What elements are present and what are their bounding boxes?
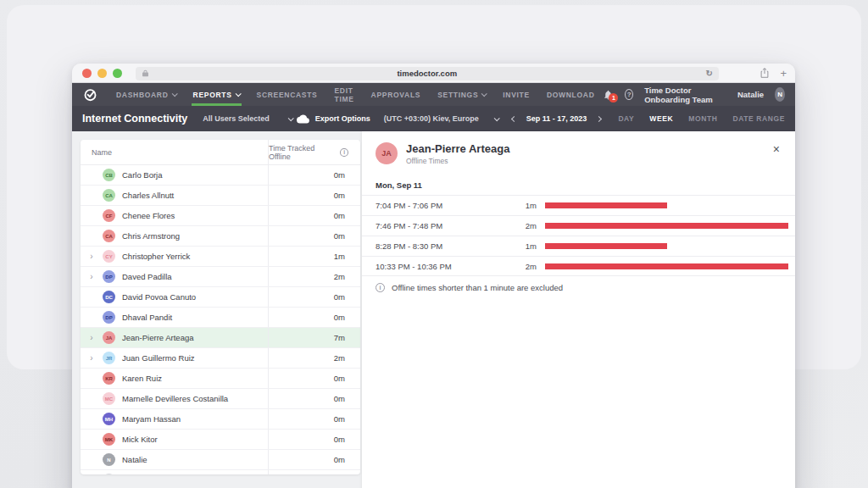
export-options-button[interactable]: Export Options [297, 114, 370, 124]
panel-subtitle: Offline Times [406, 157, 509, 165]
nav-item-edit-time[interactable]: EDIT TIME [326, 83, 363, 106]
minimize-window-button[interactable] [97, 69, 107, 78]
refresh-icon[interactable]: ↻ [706, 69, 713, 78]
users-filter-dropdown[interactable]: All Users Selected [203, 114, 292, 123]
subheader-right: Export Options (UTC +03:00) Kiev, Europe… [297, 114, 785, 124]
nav-item-dashboard[interactable]: DASHBOARD [108, 83, 185, 106]
avatar: N [103, 453, 115, 466]
table-row[interactable]: ›JRJuan Guillermo Ruiz2m [81, 348, 360, 369]
period-tab-date-range[interactable]: DATE RANGE [732, 114, 785, 123]
row-name-cell: DPDhaval Pandit [81, 308, 269, 327]
close-window-button[interactable] [82, 69, 92, 78]
offline-duration: 1m [511, 241, 537, 251]
table-row[interactable]: CFChenee Flores0m [81, 206, 360, 226]
row-name-cell [81, 470, 269, 474]
duration-bar-track [545, 243, 788, 249]
notification-badge: 1 [609, 93, 618, 103]
expand-row-icon[interactable]: › [81, 252, 103, 261]
report-subheader: Internet Connectivity All Users Selected… [72, 106, 795, 131]
offline-entry-row: 7:46 PM - 7:48 PM2m [362, 215, 795, 236]
info-icon[interactable]: i [340, 148, 348, 157]
expand-row-icon[interactable]: › [81, 333, 103, 342]
duration-bar [545, 202, 667, 208]
table-row[interactable]: MHMaryam Hassan0m [81, 409, 360, 430]
row-name-cell: CBCarlo Borja [81, 165, 269, 185]
column-header-label: Time Tracked Offline [269, 144, 337, 161]
period-tab-day[interactable]: DAY [618, 114, 634, 123]
timezone-dropdown[interactable]: (UTC +03:00) Kiev, Europe [384, 114, 498, 123]
avatar: DC [103, 291, 115, 303]
row-name-cell: CAChris Armstrong [81, 226, 269, 246]
time-tracked-offline-value: 0m [269, 389, 360, 408]
period-tabs: DAYWEEKMONTHDATE RANGE [618, 114, 785, 123]
row-name-cell: MKMick Kitor [81, 430, 269, 449]
avatar: CY [103, 250, 115, 263]
user-name-label: Chris Armstrong [122, 231, 180, 241]
avatar: DP [103, 311, 115, 324]
nav-item-settings[interactable]: SETTINGS [429, 83, 494, 106]
user-name-label: Charles Allnutt [122, 191, 174, 200]
table-row[interactable]: CBCarlo Borja0m [81, 165, 360, 186]
prev-week-icon[interactable] [511, 115, 517, 121]
table-row[interactable]: ›DPDaved Padilla2m [81, 267, 360, 287]
table-row[interactable]: DCDavid Povoa Canuto0m [81, 287, 360, 308]
users-filter-label: All Users Selected [203, 114, 270, 123]
table-row[interactable]: ›JAJean-Pierre Arteaga7m [81, 328, 360, 348]
new-tab-icon[interactable]: + [780, 68, 787, 79]
address-bar[interactable]: timedoctor.com ↻ [136, 67, 719, 80]
table-row[interactable]: ›CYChristopher Yerrick1m [81, 247, 360, 267]
table-row[interactable]: CACharles Allnutt0m [81, 186, 360, 206]
info-icon: i [376, 283, 385, 292]
offline-entry-row: 10:33 PM - 10:36 PM2m [362, 256, 795, 276]
row-name-cell: ›DPDaved Padilla [81, 267, 269, 286]
table-row[interactable]: MKMick Kitor0m [81, 430, 360, 450]
period-tab-week[interactable]: WEEK [649, 114, 673, 123]
user-name[interactable]: Natalie [737, 90, 764, 99]
nav-item-download[interactable]: DOWNLOAD [538, 83, 604, 106]
date-range-label[interactable]: Sep 11 - 17, 2023 [526, 114, 587, 123]
close-panel-icon[interactable]: × [773, 143, 780, 155]
offline-duration: 2m [511, 221, 537, 230]
time-tracked-offline-value: 0m [269, 206, 360, 225]
expand-row-icon[interactable]: › [81, 272, 103, 281]
time-tracked-offline-value: 0m [269, 430, 360, 449]
nav-item-approvals[interactable]: APPROVALS [363, 83, 430, 106]
offline-duration: 1m [511, 201, 537, 210]
avatar: JR [103, 352, 115, 364]
user-name-label: Karen Ruiz [122, 374, 162, 383]
app-navbar: DASHBOARDREPORTSSCREENCASTSEDIT TIMEAPPR… [72, 83, 795, 106]
row-name-cell: NNatalie [81, 450, 269, 469]
nav-item-screencasts[interactable]: SCREENCASTS [248, 83, 326, 106]
timedoctor-logo-icon[interactable] [83, 87, 97, 102]
table-row[interactable]: CAChris Armstrong0m [81, 226, 360, 247]
next-week-icon[interactable] [596, 115, 602, 121]
nav-item-invite[interactable]: INVITE [494, 83, 538, 106]
expand-row-icon[interactable]: › [81, 353, 103, 363]
nav-item-reports[interactable]: REPORTS [185, 83, 248, 106]
help-icon[interactable]: ? [625, 89, 633, 100]
table-row[interactable]: KRKaren Ruiz0m [81, 369, 360, 389]
table-row[interactable] [81, 470, 360, 474]
duration-bar-track [545, 263, 788, 269]
nav-item-label: EDIT TIME [335, 86, 354, 103]
user-avatar[interactable]: N [775, 87, 785, 102]
notifications-bell-icon[interactable]: 1 [603, 89, 614, 101]
team-switcher[interactable]: Time Doctor Onboarding Team [644, 86, 726, 104]
table-row[interactable]: DPDhaval Pandit0m [81, 308, 360, 328]
url-text: timedoctor.com [148, 69, 706, 78]
table-row[interactable]: NNatalie0m [81, 450, 360, 470]
offline-duration: 2m [511, 262, 537, 271]
report-content: Name Time Tracked Offline i CBCarlo Borj… [72, 131, 795, 488]
time-tracked-offline-value: 0m [269, 409, 360, 429]
share-icon[interactable] [760, 66, 769, 81]
time-tracked-offline-value: 0m [269, 165, 360, 185]
row-name-cell: KRKaren Ruiz [81, 369, 269, 388]
export-options-label: Export Options [315, 114, 370, 123]
chevron-down-icon [288, 115, 294, 121]
column-header-name: Name [81, 140, 269, 164]
user-name-label: Marnelle Devilleres Costanilla [122, 394, 228, 403]
table-row[interactable]: MCMarnelle Devilleres Costanilla0m [81, 389, 360, 409]
period-tab-month[interactable]: MONTH [688, 114, 717, 123]
maximize-window-button[interactable] [113, 69, 122, 78]
time-tracked-offline-value: 2m [269, 348, 360, 368]
